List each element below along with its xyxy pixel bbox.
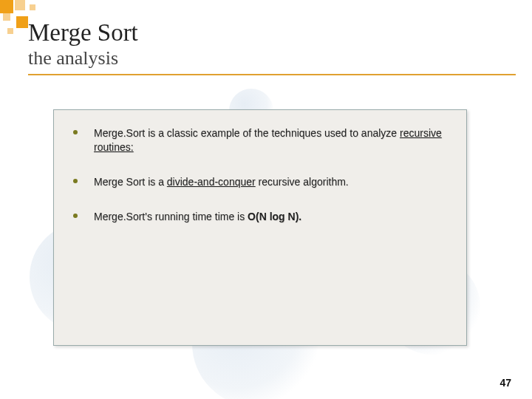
title-block: Merge Sort the analysis xyxy=(28,19,517,75)
text-span: Merge.Sort is a classic example of the t… xyxy=(94,127,400,139)
bullet-text: Merge.Sort is a classic example of the t… xyxy=(94,126,447,154)
bullet-text: Merge.Sort's running time time is O(N lo… xyxy=(94,210,447,224)
list-item: Merge.Sort's running time time is O(N lo… xyxy=(73,210,447,224)
slide-title: Merge Sort xyxy=(28,19,517,46)
slide-subtitle: the analysis xyxy=(28,47,517,69)
bullet-icon xyxy=(73,214,78,218)
content-box: Merge.Sort is a classic example of the t… xyxy=(53,109,467,346)
bullet-text: Merge Sort is a divide-and-conquer recur… xyxy=(94,175,447,189)
slide: Merge Sort the analysis Merge.Sort is a … xyxy=(0,0,532,399)
title-underline xyxy=(28,74,516,75)
text-span: Merge.Sort's running time time is xyxy=(94,211,248,222)
list-item: Merge.Sort is a classic example of the t… xyxy=(73,126,447,154)
text-span: Merge Sort is a xyxy=(94,176,167,188)
list-item: Merge Sort is a divide-and-conquer recur… xyxy=(73,175,447,189)
text-bold: O(N log N). xyxy=(248,211,301,222)
text-span: recursive algorithm. xyxy=(256,176,349,188)
bullet-icon xyxy=(73,179,78,183)
text-underline: divide-and-conquer xyxy=(167,176,256,188)
bullet-icon xyxy=(73,130,78,134)
page-number: 47 xyxy=(499,377,511,389)
